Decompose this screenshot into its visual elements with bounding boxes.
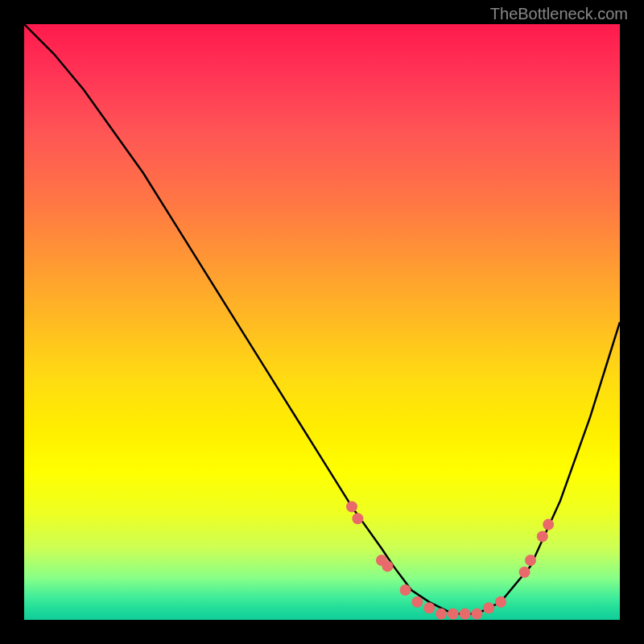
- svg-point-9: [460, 609, 471, 620]
- svg-point-15: [537, 530, 548, 542]
- svg-point-14: [525, 555, 536, 566]
- svg-point-3: [382, 560, 393, 572]
- svg-point-5: [411, 597, 423, 608]
- watermark-text: TheBottleneck.com: [490, 5, 628, 23]
- svg-point-4: [400, 584, 411, 596]
- svg-point-13: [519, 567, 530, 578]
- svg-point-6: [423, 602, 435, 613]
- chart-svg: [24, 24, 620, 620]
- plot-area: [24, 24, 620, 620]
- chart-container: TheBottleneck.com: [0, 0, 644, 644]
- svg-point-7: [436, 609, 447, 620]
- svg-point-11: [483, 602, 494, 613]
- svg-point-12: [495, 597, 506, 608]
- svg-point-8: [448, 609, 459, 620]
- svg-point-0: [346, 501, 357, 512]
- svg-point-16: [543, 519, 554, 530]
- svg-point-10: [471, 609, 482, 620]
- data-markers: [346, 501, 554, 619]
- curve-line: [24, 24, 620, 614]
- svg-point-1: [352, 513, 363, 524]
